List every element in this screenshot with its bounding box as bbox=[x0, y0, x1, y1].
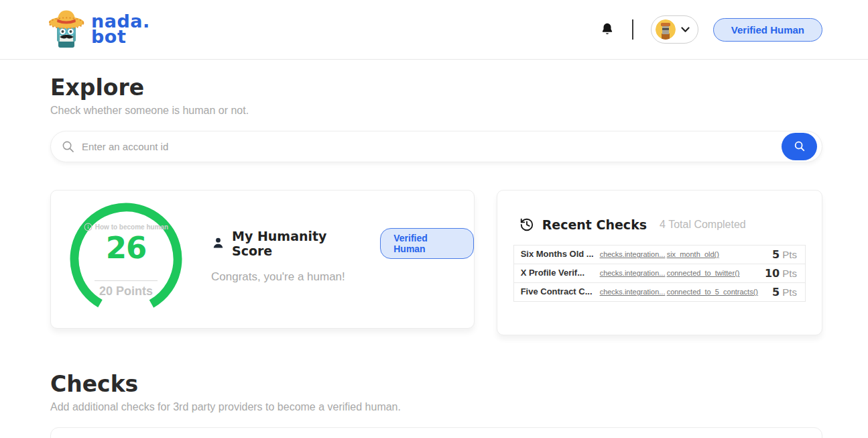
recent-checks-total: 4 Total Completed bbox=[660, 219, 746, 231]
search-button-icon bbox=[794, 140, 806, 152]
check-points: 5 bbox=[772, 248, 780, 261]
check-points-unit: Pts bbox=[780, 286, 797, 298]
recent-checks-card: Recent Checks 4 Total Completed Six Mont… bbox=[497, 190, 822, 335]
recent-checks-table: Six Months Old ... checks.integration...… bbox=[513, 245, 806, 302]
check-name: Five Contract C... bbox=[521, 286, 600, 297]
checks-list-card bbox=[50, 427, 822, 438]
table-row: Five Contract C... checks.integration...… bbox=[514, 282, 805, 301]
recent-checks-title: Recent Checks bbox=[542, 217, 647, 232]
brand-wordmark: nada. bot bbox=[91, 14, 150, 45]
explore-subtitle: Check whether someone is human or not. bbox=[50, 105, 822, 117]
verified-human-button[interactable]: Verified Human bbox=[713, 18, 822, 42]
humanity-score-value: 26 bbox=[69, 230, 183, 266]
account-menu[interactable] bbox=[651, 15, 698, 44]
check-points: 5 bbox=[772, 286, 780, 298]
check-module-link[interactable]: checks.integration... bbox=[600, 250, 667, 258]
search-button[interactable] bbox=[782, 133, 817, 160]
brand-line2: bot bbox=[91, 30, 150, 45]
check-module-link[interactable]: checks.integration... bbox=[600, 269, 667, 277]
check-points: 10 bbox=[765, 267, 780, 280]
check-fn-link[interactable]: connected_to_5_contracts() bbox=[667, 288, 758, 296]
humanity-score-card: How to become human 26 20 Points My Hu bbox=[50, 190, 475, 329]
notification-bell-icon[interactable] bbox=[600, 21, 615, 38]
checks-subtitle: Add additional checks for 3rd party prov… bbox=[50, 401, 822, 413]
score-divider bbox=[95, 280, 158, 281]
brand-logo[interactable]: nada. bot bbox=[48, 9, 150, 50]
account-search bbox=[50, 131, 822, 162]
score-ring: How to become human 26 20 Points bbox=[69, 202, 183, 316]
main-content: Explore Check whether someone is human o… bbox=[0, 60, 868, 438]
chevron-down-icon bbox=[681, 27, 690, 33]
check-name: Six Months Old ... bbox=[521, 249, 600, 260]
check-module-link[interactable]: checks.integration... bbox=[600, 288, 667, 296]
congrats-text: Congrats, you're a human! bbox=[211, 270, 474, 284]
check-fn-link[interactable]: connected_to_twitter() bbox=[667, 269, 758, 277]
check-points-unit: Pts bbox=[780, 249, 797, 260]
search-input[interactable] bbox=[50, 131, 822, 162]
header-divider bbox=[632, 19, 633, 40]
person-icon bbox=[211, 236, 225, 250]
checks-title: Checks bbox=[50, 372, 822, 397]
score-points: 20 Points bbox=[69, 284, 183, 298]
verified-human-badge: Verified Human bbox=[380, 228, 473, 259]
check-name: X Profile Verif... bbox=[521, 268, 600, 278]
history-icon bbox=[519, 217, 534, 232]
avatar bbox=[656, 19, 676, 40]
explore-title: Explore bbox=[50, 75, 822, 101]
check-points-unit: Pts bbox=[780, 268, 797, 279]
table-row: Six Months Old ... checks.integration...… bbox=[514, 245, 805, 264]
search-icon bbox=[62, 140, 74, 153]
check-fn-link[interactable]: six_month_old() bbox=[667, 250, 758, 258]
score-card-title: My Humanity Score bbox=[232, 229, 368, 258]
table-row: X Profile Verif... checks.integration...… bbox=[514, 264, 805, 282]
sombrero-robot-icon bbox=[48, 9, 84, 50]
app-header: nada. bot bbox=[0, 0, 868, 60]
